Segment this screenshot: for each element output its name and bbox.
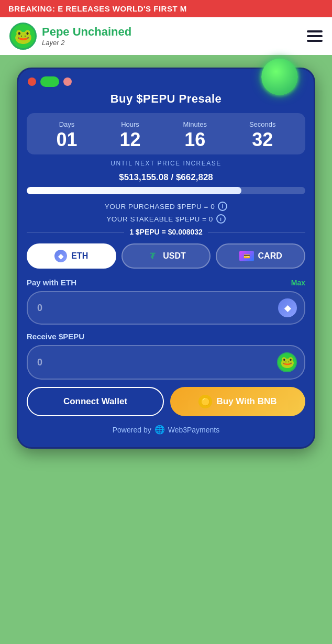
- web3payments-label: Web3Payments: [168, 426, 220, 434]
- pay-section: Pay with ETH Max ◆: [27, 278, 305, 325]
- eth-icon: ◆: [54, 250, 67, 262]
- hours-value: 12: [119, 130, 140, 149]
- pay-input[interactable]: [37, 303, 245, 314]
- brand-name: Pepe Unchained: [42, 26, 131, 38]
- bnb-icon: 🟡: [198, 395, 212, 408]
- countdown-minutes: Minutes 16: [183, 120, 207, 149]
- main-background: Buy $PEPU Presale Days 01 Hours 12 Minut…: [0, 55, 332, 605]
- powered-by-text: Powered by: [113, 426, 151, 434]
- ticker-text: BREAKING: E RELEASES WORLD'S FIRST M: [8, 4, 187, 13]
- divider-left: [27, 232, 124, 232]
- buy-bnb-label: Buy With BNB: [216, 396, 276, 407]
- tab-usdt-label: USDT: [163, 251, 186, 261]
- price-divider: 1 $PEPU = $0.008032: [27, 228, 305, 236]
- purchased-row: YOUR PURCHASED $PEPU = 0 i: [18, 202, 314, 211]
- card-icon: 💳: [239, 251, 254, 261]
- minutes-label: Minutes: [183, 120, 207, 128]
- dot-red: [28, 77, 36, 86]
- connect-wallet-button[interactable]: Connect Wallet: [27, 387, 164, 416]
- pay-input-wrap: ◆: [27, 291, 305, 325]
- days-label: Days: [56, 120, 77, 128]
- tab-card-label: CARD: [258, 251, 282, 261]
- pay-label-row: Pay with ETH Max: [27, 278, 305, 287]
- seconds-label: Seconds: [249, 120, 276, 128]
- purchased-label: YOUR PURCHASED $PEPU = 0: [105, 203, 215, 210]
- receive-input[interactable]: [37, 357, 245, 368]
- purchased-info-icon[interactable]: i: [218, 202, 227, 211]
- ticker-bar: BREAKING: E RELEASES WORLD'S FIRST M: [0, 0, 332, 17]
- receive-label: Receive $PEPU: [27, 332, 84, 341]
- receive-label-row: Receive $PEPU: [27, 332, 305, 341]
- powered-by-row: Powered by 🌐 Web3Payments: [18, 425, 314, 435]
- countdown-box: Days 01 Hours 12 Minutes 16 Seconds 32: [27, 113, 305, 154]
- countdown-hours: Hours 12: [119, 120, 140, 149]
- web3-icon: 🌐: [154, 425, 165, 435]
- presale-widget: Buy $PEPU Presale Days 01 Hours 12 Minut…: [17, 68, 315, 449]
- dot-pink: [63, 77, 72, 86]
- tab-usdt[interactable]: ₮ USDT: [121, 243, 211, 269]
- logo-icon: 🐸: [9, 23, 37, 50]
- brand-subtitle: Layer 2: [42, 39, 131, 47]
- countdown-days: Days 01: [56, 120, 77, 149]
- max-button[interactable]: Max: [291, 279, 305, 287]
- progress-total: $662,828: [176, 172, 213, 182]
- pay-label: Pay with ETH: [27, 278, 76, 287]
- pepe-badge: 🐸: [277, 352, 297, 372]
- hours-label: Hours: [119, 120, 140, 128]
- price-label: 1 $PEPU = $0.008032: [129, 228, 203, 236]
- eth-badge: ◆: [278, 298, 297, 317]
- currency-tabs: ◆ ETH ₮ USDT 💳 CARD: [27, 243, 305, 269]
- stakeable-row: YOUR STAKEABLE $PEPU = 0 i: [18, 214, 314, 224]
- tab-eth[interactable]: ◆ ETH: [27, 243, 116, 269]
- until-text: UNTIL NEXT PRICE INCREASE: [18, 160, 314, 167]
- buy-bnb-button[interactable]: 🟡 Buy With BNB: [170, 387, 305, 416]
- receive-input-wrap: 🐸: [27, 345, 305, 380]
- progress-bar-wrap: [27, 187, 305, 194]
- stakeable-info-icon[interactable]: i: [216, 214, 226, 224]
- logo-area: 🐸 Pepe Unchained Layer 2: [9, 23, 131, 50]
- usdt-icon: ₮: [146, 250, 159, 262]
- widget-title: Buy $PEPU Presale: [18, 92, 314, 106]
- minutes-value: 16: [183, 130, 207, 149]
- action-buttons: Connect Wallet 🟡 Buy With BNB: [27, 387, 305, 416]
- seconds-value: 32: [249, 130, 276, 149]
- logo-text-area: Pepe Unchained Layer 2: [42, 26, 131, 46]
- hamburger-menu[interactable]: [307, 30, 323, 42]
- tab-eth-label: ETH: [71, 251, 88, 261]
- dot-green: [40, 76, 59, 87]
- countdown-seconds: Seconds 32: [249, 120, 276, 149]
- progress-bar-fill: [27, 187, 241, 194]
- stakeable-label: YOUR STAKEABLE $PEPU = 0: [106, 215, 213, 223]
- tab-card[interactable]: 💳 CARD: [216, 243, 305, 269]
- widget-topbar: [18, 69, 314, 92]
- green-blob-decoration: [261, 59, 298, 95]
- divider-right: [208, 232, 305, 232]
- days-value: 01: [56, 130, 77, 149]
- header: 🐸 Pepe Unchained Layer 2: [0, 17, 332, 55]
- progress-current: $513,155.08: [119, 172, 169, 182]
- progress-amount: $513,155.08 / $662,828: [18, 172, 314, 183]
- receive-section: Receive $PEPU 🐸: [27, 332, 305, 380]
